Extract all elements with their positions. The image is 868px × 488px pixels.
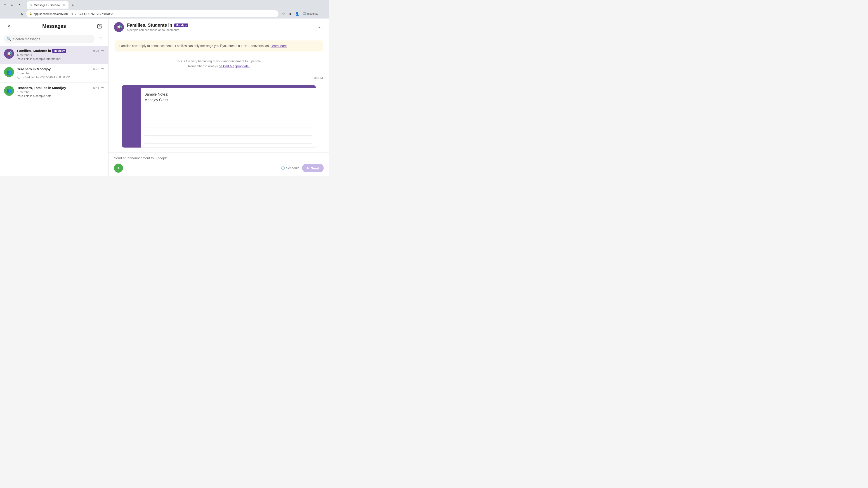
browser-titlebar: − □ ✕ S Messages - Seesaw ✕ +: [0, 0, 329, 9]
search-input-wrap[interactable]: 🔍: [4, 35, 95, 43]
header-announce-icon: 📢: [116, 24, 122, 30]
lock-icon: 🔒: [29, 12, 32, 15]
main-content: 📢 Families, Students in Moodjoy 5 people…: [108, 19, 329, 176]
close-sidebar-button[interactable]: ✕: [4, 22, 13, 30]
minimize-button[interactable]: −: [2, 1, 8, 8]
tab-close-button[interactable]: ✕: [63, 3, 66, 7]
search-bar: 🔍: [4, 35, 105, 43]
beginning-note: This is the very beginning of your annou…: [115, 59, 323, 69]
search-icon: 🔍: [7, 37, 11, 41]
note-line: [145, 103, 312, 111]
incognito-icon: 🆕: [303, 12, 306, 15]
conversation-members: 1 member: [17, 72, 104, 75]
search-input[interactable]: [13, 37, 92, 41]
note-lines: [145, 103, 312, 148]
tab-title: Messages - Seesaw: [34, 3, 60, 7]
conversation-name-row: Teachers, Families in Moodjoy 5:44 PM: [17, 86, 104, 90]
conversation-name-row: Families, Students in Moodjoy 9:38 PM: [17, 49, 104, 53]
add-attachment-button[interactable]: +: [114, 164, 123, 173]
close-window-button[interactable]: ✕: [16, 1, 23, 8]
conversation-time: 6:21 PM: [93, 67, 104, 71]
note-line: [145, 119, 312, 127]
you-label: You:: [17, 57, 23, 61]
moodjoy-badge: Moodjoy: [52, 49, 66, 53]
tab-bar: S Messages - Seesaw ✕ +: [25, 0, 78, 8]
maximize-button[interactable]: □: [9, 1, 16, 8]
active-tab[interactable]: S Messages - Seesaw ✕: [27, 1, 68, 8]
learn-more-link[interactable]: Learn More: [271, 44, 287, 48]
extensions-button[interactable]: ■: [287, 11, 293, 17]
conversation-name: Teachers in Moodjoy: [17, 67, 51, 71]
schedule-label: Schedule: [286, 166, 299, 170]
clock-icon: 🕐: [17, 76, 21, 79]
conversation-avatar: 📢: [4, 49, 14, 59]
app-container: ✕ Messages 🔍: [0, 19, 329, 176]
refresh-button[interactable]: ↻: [18, 10, 25, 18]
sidebar: ✕ Messages 🔍: [0, 19, 108, 176]
conversation-list: 📢 Families, Students in Moodjoy 9:38 PM …: [0, 46, 108, 176]
filter-button[interactable]: [96, 35, 105, 43]
main-header: 📢 Families, Students in Moodjoy 5 people…: [108, 19, 329, 36]
bookmark-button[interactable]: ☆: [280, 11, 287, 17]
header-menu-button[interactable]: ⋯: [315, 23, 324, 31]
message-input[interactable]: [114, 155, 324, 161]
conversation-item-teachers-families-moodjoy[interactable]: 👥 Teachers, Families in Moodjoy 5:44 PM …: [0, 83, 108, 101]
address-bar-row: ← → ↻ 🔒 app.seesaw.me/c/conv.01HR4TZFGJF…: [0, 9, 329, 19]
incognito-badge: 🆕 Incognito: [301, 11, 320, 16]
header-subtitle: 5 people can see these announcements.: [127, 28, 312, 32]
url-text: app.seesaw.me/c/conv.01HR4TZFGJFGPC7MEVG…: [34, 12, 276, 15]
address-bar[interactable]: 🔒 app.seesaw.me/c/conv.01HR4TZFGJFGPC7ME…: [26, 10, 278, 18]
send-icon: ➤: [307, 166, 309, 170]
conversation-avatar: 👥: [4, 67, 14, 77]
conversation-name: Teachers, Families in Moodjoy: [17, 86, 66, 90]
compose-button[interactable]: [96, 22, 104, 30]
profile-button[interactable]: 👤: [294, 11, 300, 17]
schedule-button[interactable]: 🕐 Schedule: [278, 164, 302, 172]
conversation-avatar: 👥: [4, 86, 14, 96]
group-icon: 👥: [6, 88, 12, 94]
header-title: Families, Students in Moodjoy: [127, 23, 312, 28]
note-content: Sample Notes: Moodjoy Class: [145, 92, 312, 103]
incognito-label: Incognito: [307, 12, 318, 15]
send-label: Send: [311, 166, 319, 170]
message-card-header: [122, 85, 316, 88]
group-icon: 👥: [6, 69, 12, 75]
conversation-item-teachers-moodjoy[interactable]: 👥 Teachers in Moodjoy 6:21 PM 1 member 🕐…: [0, 64, 108, 83]
conversation-members: 1 member: [17, 90, 104, 94]
note-line: [145, 135, 312, 144]
conversation-time: 9:38 PM: [93, 49, 104, 53]
announcement-notice: Families can't reply to announcements. F…: [115, 40, 323, 52]
browser-window-controls[interactable]: − □ ✕: [2, 1, 23, 8]
sidebar-header: ✕ Messages: [0, 19, 108, 34]
announcement-notice-text: Families can't reply to announcements. F…: [119, 44, 270, 48]
more-button[interactable]: ⋮: [321, 11, 327, 17]
back-button[interactable]: ←: [2, 10, 9, 18]
header-info: Families, Students in Moodjoy 5 people c…: [127, 23, 312, 32]
beginning-text2: Remember to always be kind & appropriate…: [115, 64, 323, 69]
forward-button[interactable]: →: [10, 10, 17, 18]
input-toolbar: + 🕐 Schedule ➤ Send: [114, 164, 324, 173]
browser-chrome: − □ ✕ S Messages - Seesaw ✕ + ← → ↻ 🔒 ap…: [0, 0, 329, 19]
header-title-badge: Moodjoy: [174, 24, 188, 27]
header-title-prefix: Families, Students in: [127, 23, 172, 28]
message-card-left-bar: [122, 88, 140, 148]
conversation-name-row: Teachers in Moodjoy 6:21 PM: [17, 67, 104, 71]
conversation-preview: You: This is a sample information!: [17, 57, 104, 61]
browser-action-buttons: ☆ ■ 👤 🆕 Incognito ⋮: [280, 11, 327, 17]
send-button[interactable]: ➤ Send: [302, 164, 324, 172]
note-subtitle: Moodjoy Class: [145, 97, 312, 103]
message-card-right: Sample Notes: Moodjoy Class: [141, 88, 316, 148]
tab-favicon: S: [30, 3, 32, 7]
new-tab-button[interactable]: +: [69, 2, 76, 8]
note-title: Sample Notes:: [145, 92, 312, 97]
preview-text: This is a sample note.: [24, 94, 52, 98]
conversation-scheduled: 🕐 Scheduled for 03/05/2024 at 8:00 PM: [17, 75, 104, 79]
schedule-icon: 🕐: [281, 166, 285, 170]
message-card: Sample Notes: Moodjoy Class: [122, 85, 316, 148]
input-area: + 🕐 Schedule ➤ Send: [108, 152, 329, 176]
conv-name-prefix: Families, Students in: [17, 49, 51, 53]
announcement-icon: 📢: [6, 51, 12, 57]
conversation-item-families-moodjoy[interactable]: 📢 Families, Students in Moodjoy 9:38 PM …: [0, 46, 108, 64]
you-label: You:: [17, 94, 23, 98]
be-kind-link[interactable]: be kind & appropriate.: [219, 64, 250, 68]
